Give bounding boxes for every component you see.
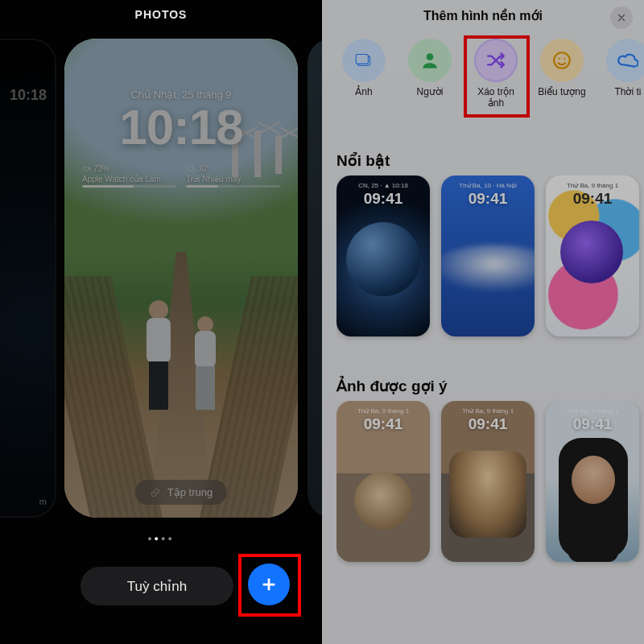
page-indicator: ●●●● [0,535,322,543]
lockscreen-widgets: 73% Apple Watch của Lâm 30° Trời Nhiều m… [82,164,280,188]
prev-card-sublabel: m [39,497,47,506]
widget-weather: 30° Trời Nhiều mây [186,164,280,188]
wallpaper-card-previous[interactable]: 10:18 m [0,39,56,518]
sheet-title: Thêm hình nền mới [322,8,644,23]
add-wallpaper-sheet-screen: Thêm hình nền mới Ảnh Người Xáo trộn ảnh… [322,0,644,644]
category-shuffle[interactable]: Xáo trộn ảnh [467,39,525,109]
section-title-featured: Nổi bật [336,151,390,170]
featured-item-weather[interactable]: Thứ Ba, 10 · Hà Nội 09:41 Thời tiết [441,175,535,336]
focus-pill[interactable]: Tập trung [135,480,227,505]
wallpaper-gallery-screen: PHOTOS 10:18 m Chủ Nhật, 25 tháng 9 10:1… [0,0,322,644]
weather-icon [617,50,638,71]
person-icon [419,50,440,71]
section-title-suggested: Ảnh được gợi ý [336,377,448,395]
svg-rect-3 [356,54,368,64]
gallery-title: PHOTOS [0,8,322,21]
close-button[interactable] [610,6,633,29]
link-icon [150,487,161,498]
customize-button[interactable]: Tuỳ chỉnh [80,567,233,605]
featured-item-collection[interactable]: Thứ Ba, 9 tháng 1 09:41 Bộ sưu tập [546,175,639,336]
svg-rect-1 [89,168,90,170]
suggested-item[interactable]: Thứ Ba, 9 tháng 1 09:41 [336,401,430,562]
category-people[interactable]: Người [401,39,459,109]
svg-rect-0 [83,167,89,171]
close-icon [617,13,626,23]
featured-row: CN, 25 · ▲ 10:18 09:41 Thiên văn Thứ Ba,… [336,175,644,367]
suggested-row: Thứ Ba, 9 tháng 1 09:41 Thứ Ba, 9 tháng … [336,401,644,642]
emoji-icon [551,50,572,71]
plus-icon [260,576,278,593]
svg-point-6 [559,58,560,60]
category-photo[interactable]: Ảnh [335,39,393,109]
battery-icon [82,164,91,173]
people-in-photo [137,284,225,429]
wallpaper-card-current[interactable]: Chủ Nhật, 25 tháng 9 10:18 73% Apple Wat… [64,39,298,518]
prev-card-time: 10:18 [10,87,47,104]
svg-point-4 [427,53,434,60]
lockscreen-time: 10:18 [64,98,298,155]
widget-apple-watch-battery: 73% Apple Watch của Lâm [82,164,176,188]
suggested-item[interactable]: Thứ Ba, 9 tháng 1 09:41 [441,401,535,562]
cloud-icon [186,164,195,173]
add-wallpaper-sheet: Thêm hình nền mới Ảnh Người Xáo trộn ảnh… [322,0,644,644]
shuffle-icon [485,50,506,71]
suggested-item[interactable]: Thứ Ba, 9 tháng 1 09:41 [546,401,639,562]
add-wallpaper-button[interactable] [248,564,290,605]
featured-item-astronomy[interactable]: CN, 25 · ▲ 10:18 09:41 Thiên văn [336,175,430,336]
category-row: Ảnh Người Xáo trộn ảnh Biểu tượng Thời t… [322,39,644,109]
svg-point-5 [554,52,570,68]
gallery-icon [353,50,374,71]
focus-pill-label: Tập trung [167,486,213,498]
category-emoji[interactable]: Biểu tượng [533,39,591,109]
category-weather[interactable]: Thời ti [599,39,644,109]
svg-point-7 [564,58,565,60]
